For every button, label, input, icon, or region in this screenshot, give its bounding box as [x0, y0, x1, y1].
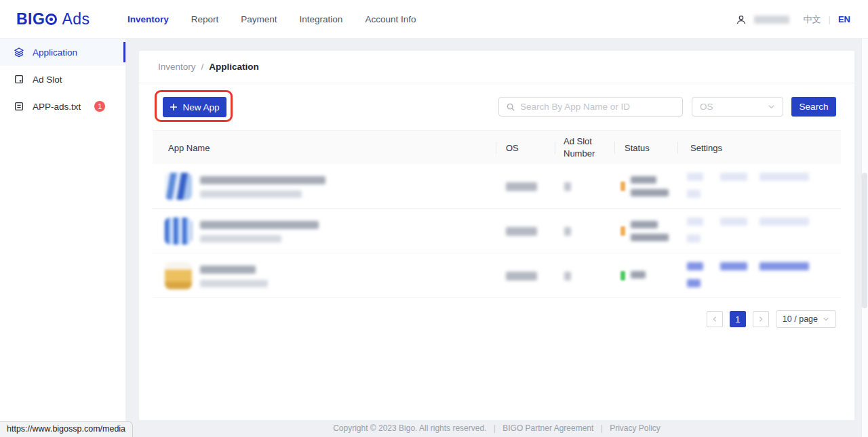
- settings-link-redacted[interactable]: [687, 217, 703, 226]
- sidebar-item-application[interactable]: Application: [0, 39, 125, 66]
- breadcrumb-application: Application: [209, 62, 259, 72]
- sidebar-item-label: APP-ads.txt: [33, 102, 81, 112]
- app-name-redacted: [200, 176, 326, 184]
- user-area: 中文 | EN: [736, 0, 850, 39]
- lang-divider: |: [829, 14, 831, 24]
- scrollbar-thumb[interactable]: [862, 173, 867, 308]
- username-redacted[interactable]: [754, 16, 789, 24]
- new-app-button[interactable]: New App: [163, 97, 226, 117]
- copyright-text: Copyright © 2023 Bigo. All rights reserv…: [333, 423, 486, 433]
- main-nav: Inventory Report Payment Integration Acc…: [127, 0, 416, 39]
- prev-page-button[interactable]: [707, 311, 723, 327]
- table-body: [153, 164, 841, 298]
- os-value-redacted: [506, 227, 537, 236]
- logo-o-icon: [45, 14, 57, 25]
- top-header: BIGAds Inventory Report Payment Integrat…: [0, 0, 868, 39]
- status-text-redacted: [631, 176, 669, 196]
- settings-link-redacted[interactable]: [687, 279, 701, 287]
- next-page-button[interactable]: [753, 311, 769, 327]
- column-divider: [614, 142, 615, 154]
- chevron-down-icon: [768, 103, 775, 110]
- footer-divider: |: [494, 423, 496, 433]
- status-line-redacted: [631, 176, 656, 184]
- app-search-box: [498, 97, 683, 117]
- content-card: Inventory / Application New App OS Searc…: [139, 51, 854, 420]
- nav-report[interactable]: Report: [191, 14, 219, 24]
- sidebar: Application Ad Slot APP-ads.txt 1: [0, 39, 125, 437]
- pagination: 1 10 / page: [707, 310, 836, 328]
- settings-link-redacted[interactable]: [687, 234, 701, 243]
- table-row: [153, 164, 841, 209]
- ad-slot-count-redacted: [564, 272, 571, 280]
- logo-text-bigo: BIG: [16, 10, 45, 28]
- plus-icon: [170, 103, 178, 111]
- col-header-os: OS: [506, 131, 519, 165]
- browser-status-url: https://www.bigossp.com/media: [0, 421, 133, 437]
- settings-link-redacted[interactable]: [760, 217, 809, 226]
- page-size-value: 10 / page: [783, 314, 818, 324]
- magnifier-icon: [506, 102, 515, 112]
- nav-integration[interactable]: Integration: [300, 14, 343, 24]
- nav-payment[interactable]: Payment: [241, 14, 277, 24]
- app-icon-redacted: [165, 217, 192, 245]
- app-name-redacted: [200, 221, 319, 229]
- app-icon-redacted: [165, 173, 192, 200]
- ad-slot-icon: [14, 74, 24, 85]
- current-page-button[interactable]: 1: [730, 311, 746, 327]
- settings-link-redacted[interactable]: [720, 173, 747, 181]
- sidebar-item-ad-slot[interactable]: Ad Slot: [0, 66, 125, 93]
- bigo-ads-logo[interactable]: BIGAds: [16, 0, 90, 39]
- settings-link-redacted[interactable]: [720, 262, 747, 270]
- privacy-policy-link[interactable]: Privacy Policy: [610, 423, 660, 433]
- page-scrollbar[interactable]: [861, 39, 868, 437]
- status-line-redacted: [631, 189, 669, 196]
- settings-link-redacted[interactable]: [687, 262, 703, 270]
- settings-link-redacted[interactable]: [760, 262, 809, 270]
- ad-slot-count-redacted: [564, 182, 571, 191]
- os-value-redacted: [506, 182, 537, 191]
- nav-inventory[interactable]: Inventory: [127, 14, 169, 24]
- lang-english[interactable]: EN: [838, 14, 850, 24]
- column-divider: [555, 142, 555, 154]
- page-size-select[interactable]: 10 / page: [776, 310, 836, 328]
- settings-links: [687, 164, 843, 209]
- footer-divider: |: [601, 423, 603, 433]
- status-dot: [620, 271, 625, 280]
- breadcrumb-inventory[interactable]: Inventory: [158, 62, 196, 72]
- layers-icon: [14, 47, 24, 58]
- file-list-icon: [14, 101, 24, 112]
- search-button[interactable]: Search: [791, 97, 836, 117]
- nav-account-info[interactable]: Account Info: [365, 14, 416, 24]
- col-header-app-name: App Name: [168, 131, 210, 165]
- status-line-redacted: [631, 271, 646, 278]
- lang-chinese[interactable]: 中文: [804, 14, 821, 26]
- column-divider: [677, 142, 678, 154]
- search-input[interactable]: [520, 102, 675, 112]
- table-row: [153, 253, 841, 298]
- status-line-redacted: [631, 221, 658, 228]
- partner-agreement-link[interactable]: BIGO Partner Agreement: [502, 423, 593, 433]
- app-id-redacted: [200, 235, 281, 243]
- column-divider: [496, 142, 496, 154]
- os-select[interactable]: OS: [692, 97, 783, 117]
- sidebar-item-app-ads-txt[interactable]: APP-ads.txt 1: [0, 93, 125, 120]
- status-text-redacted: [631, 271, 646, 278]
- app-id-redacted: [200, 190, 302, 198]
- settings-links: [687, 253, 843, 298]
- settings-link-redacted[interactable]: [687, 173, 703, 181]
- os-value-redacted: [506, 272, 537, 280]
- status-line-redacted: [631, 234, 669, 241]
- app-name-redacted: [200, 266, 256, 274]
- person-icon: [736, 14, 747, 25]
- breadcrumb-separator: /: [201, 62, 204, 72]
- chevron-right-icon: [757, 316, 764, 322]
- table-header: App Name OS Ad Slot Number Status Settin…: [153, 130, 841, 164]
- status-dot: [620, 182, 625, 191]
- chevron-down-icon: [823, 316, 829, 322]
- footer: Copyright © 2023 Bigo. All rights reserv…: [125, 423, 868, 433]
- settings-link-redacted[interactable]: [720, 217, 747, 226]
- settings-link-redacted[interactable]: [760, 173, 809, 181]
- settings-link-redacted[interactable]: [687, 190, 701, 198]
- app-id-redacted: [200, 280, 268, 287]
- table-row: [153, 209, 841, 253]
